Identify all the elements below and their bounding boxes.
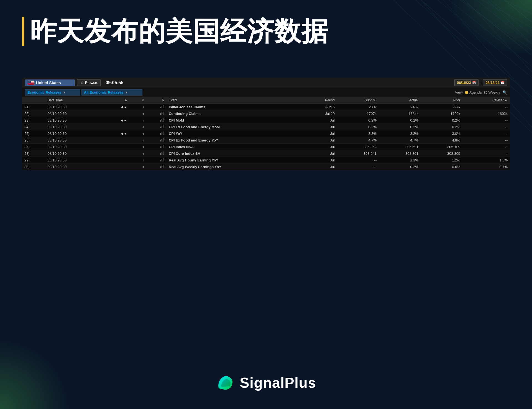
browse-button[interactable]: ⊕ Browse bbox=[77, 79, 101, 86]
date-range: 08/10/23 📅 - 08/18/23 📅 bbox=[454, 79, 507, 86]
svg-rect-34 bbox=[162, 132, 162, 135]
cell-datetime: 08/10 20:30 bbox=[45, 164, 101, 170]
cell-m: ♪ bbox=[129, 117, 147, 124]
cell-period: Jul bbox=[303, 164, 337, 170]
table-row: 23) 08/10 20:30 ◄◄ ♪ CPI MoM Jul 0.2% 0.… bbox=[22, 117, 510, 124]
cell-period: Jul bbox=[303, 124, 337, 130]
cell-a: ◄◄ bbox=[102, 104, 129, 110]
svg-rect-18 bbox=[162, 106, 162, 108]
svg-rect-52 bbox=[164, 159, 164, 161]
svg-line-13 bbox=[518, 0, 532, 11]
cell-prior: 1.2% bbox=[421, 157, 462, 164]
table-row: 30) 08/10 20:30 ♪ Real Avg Weekly Earnin… bbox=[22, 164, 510, 170]
agenda-label: Agenda bbox=[469, 90, 482, 94]
calendar-from-icon[interactable]: 📅 bbox=[472, 81, 476, 84]
svg-rect-31 bbox=[163, 125, 163, 128]
cell-period: Jul bbox=[303, 144, 337, 150]
col-header-prior: Prior bbox=[421, 97, 462, 104]
glow-bottom-left bbox=[0, 340, 69, 409]
svg-line-11 bbox=[477, 0, 532, 44]
svg-rect-41 bbox=[160, 146, 161, 148]
filter1-label: Economic Releases bbox=[27, 90, 61, 94]
cell-num: 28) bbox=[22, 150, 45, 157]
title-area: 昨天发布的美国经济数据 bbox=[22, 17, 329, 46]
country-selector[interactable]: United States bbox=[25, 79, 75, 86]
col-header-revised: Revised▲ bbox=[462, 97, 510, 104]
svg-rect-37 bbox=[160, 140, 161, 142]
cell-period: Aug 5 bbox=[303, 104, 337, 110]
col-header-r: R bbox=[147, 97, 167, 104]
col-header-event: Event bbox=[167, 97, 303, 104]
cell-datetime: 08/10 20:30 bbox=[45, 157, 101, 164]
date-to[interactable]: 08/18/23 📅 bbox=[483, 79, 507, 86]
svg-line-16 bbox=[504, 0, 532, 22]
col-header-actual: Actual bbox=[379, 97, 421, 104]
cell-m: ♪ bbox=[129, 110, 147, 117]
svg-rect-49 bbox=[160, 160, 161, 161]
cell-event: Real Avg Weekly Earnings YoY bbox=[167, 164, 303, 170]
filter-dropdown-1[interactable]: Economic Releases ▼ bbox=[25, 89, 80, 96]
cell-surv: -- bbox=[337, 164, 379, 170]
svg-rect-50 bbox=[162, 159, 162, 161]
col-header-datetime: Date Time bbox=[45, 97, 101, 104]
cell-m: ♪ bbox=[129, 164, 147, 170]
cell-r bbox=[147, 157, 167, 164]
date-separator: - bbox=[480, 81, 482, 85]
view-controls: View Agenda Weekly 🔍 bbox=[455, 90, 507, 95]
calendar-to-icon[interactable]: 📅 bbox=[501, 81, 505, 84]
svg-line-10 bbox=[449, 0, 532, 66]
cell-event: Real Avg Hourly Earning YoY bbox=[167, 157, 303, 164]
svg-rect-42 bbox=[162, 146, 162, 148]
agenda-radio[interactable]: Agenda bbox=[465, 90, 482, 94]
cell-surv: 0.2% bbox=[337, 117, 379, 124]
agenda-radio-dot bbox=[465, 91, 468, 94]
search-icon[interactable]: 🔍 bbox=[502, 90, 507, 95]
svg-rect-39 bbox=[163, 138, 163, 142]
cell-r bbox=[147, 144, 167, 150]
cell-period: Jul bbox=[303, 150, 337, 157]
svg-line-2 bbox=[438, 0, 532, 78]
cell-prior: 1700k bbox=[421, 110, 462, 117]
svg-rect-25 bbox=[160, 120, 161, 122]
cell-period: Jul bbox=[303, 117, 337, 124]
cell-revised: -- bbox=[462, 130, 510, 137]
terminal-topbar: United States ⊕ Browse 09:05:55 08/10/23… bbox=[22, 78, 510, 88]
cell-actual: 308.801 bbox=[379, 150, 421, 157]
cell-num: 24) bbox=[22, 124, 45, 130]
svg-rect-28 bbox=[164, 119, 164, 122]
cell-revised: -- bbox=[462, 117, 510, 124]
cell-period: Jul bbox=[303, 130, 337, 137]
weekly-radio[interactable]: Weekly bbox=[484, 90, 500, 94]
cell-m: ♪ bbox=[129, 130, 147, 137]
cell-r bbox=[147, 150, 167, 157]
cell-actual: 3.2% bbox=[379, 130, 421, 137]
svg-rect-36 bbox=[164, 133, 164, 135]
cell-revised: 1.3% bbox=[462, 157, 510, 164]
us-flag-icon bbox=[28, 81, 34, 85]
cell-datetime: 08/10 20:30 bbox=[45, 137, 101, 144]
table-row: 27) 08/10 20:30 ♪ CPI Index NSA Jul 305.… bbox=[22, 144, 510, 150]
cell-actual: 0.2% bbox=[379, 117, 421, 124]
cell-actual: 248k bbox=[379, 104, 421, 110]
cell-prior: 4.8% bbox=[421, 137, 462, 144]
cell-period: Jul bbox=[303, 157, 337, 164]
table-row: 29) 08/10 20:30 ♪ Real Avg Hourly Earnin… bbox=[22, 157, 510, 164]
cell-m: ♪ bbox=[129, 124, 147, 130]
signalplus-logo-icon bbox=[216, 373, 235, 392]
cell-actual: 0.2% bbox=[379, 164, 421, 170]
logo-area: SignalPlus bbox=[216, 373, 316, 392]
logo-text: SignalPlus bbox=[240, 374, 316, 391]
col-header-a: A bbox=[102, 97, 129, 104]
filter-dropdown-2[interactable]: All Economic Releases ▼ bbox=[81, 89, 142, 96]
cell-m: ♪ bbox=[129, 157, 147, 164]
cell-prior: 227k bbox=[421, 104, 462, 110]
cell-revised: -- bbox=[462, 124, 510, 130]
date-from[interactable]: 08/10/23 📅 bbox=[454, 79, 479, 86]
cell-datetime: 08/10 20:30 bbox=[45, 124, 101, 130]
cell-event: CPI MoM bbox=[167, 117, 303, 124]
cell-surv: 3.3% bbox=[337, 130, 379, 137]
cell-event: CPI Ex Food and Energy MoM bbox=[167, 124, 303, 130]
svg-rect-26 bbox=[162, 119, 162, 122]
col-header-period: Period bbox=[303, 97, 337, 104]
svg-rect-48 bbox=[164, 153, 164, 155]
